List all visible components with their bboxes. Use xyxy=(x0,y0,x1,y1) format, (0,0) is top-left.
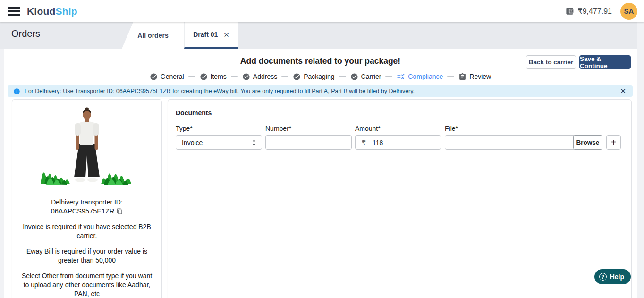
check-circle-icon xyxy=(242,73,250,81)
info-icon xyxy=(13,88,20,95)
app-logo[interactable]: KloudShip xyxy=(27,6,77,17)
amount-input[interactable] xyxy=(366,136,441,149)
banner-text: For Delhivery: Use Transporter ID: 06AAP… xyxy=(25,88,620,94)
check-circle-icon xyxy=(200,73,208,81)
step-review[interactable]: Review xyxy=(458,73,491,81)
step-carrier-label: Carrier xyxy=(361,73,381,80)
transporter-id-label: Delhivery transporter ID: xyxy=(12,198,161,207)
check-circle-icon xyxy=(350,73,358,81)
rupee-prefix: ₹ xyxy=(356,139,366,146)
step-address[interactable]: Address xyxy=(242,73,277,81)
step-compliance[interactable]: Compliance xyxy=(397,72,443,81)
logo-part-2: Ship xyxy=(55,6,77,17)
page-title: Orders xyxy=(11,28,40,39)
help-button-label: Help xyxy=(610,273,624,281)
copy-icon[interactable] xyxy=(117,208,123,214)
check-circle-icon xyxy=(293,73,301,81)
tab-all-orders[interactable]: All orders xyxy=(122,22,184,49)
step-separator xyxy=(231,76,238,77)
save-continue-button[interactable]: Save & Continue xyxy=(579,55,631,69)
unfold-more-icon xyxy=(250,139,258,146)
step-general-label: General xyxy=(161,73,184,80)
step-compliance-label: Compliance xyxy=(408,73,443,80)
logo-part-1: Kloud xyxy=(27,6,55,17)
type-select[interactable]: Invoice xyxy=(176,135,262,150)
tab-all-orders-label: All orders xyxy=(137,32,168,39)
top-header: KloudShip ₹9,477.91 SA xyxy=(0,0,644,22)
note-other-docs: Select Other from document type if you w… xyxy=(21,272,153,298)
banner-close-icon[interactable]: ✕ xyxy=(620,87,626,95)
type-label: Type* xyxy=(176,125,262,132)
step-items[interactable]: Items xyxy=(200,73,227,81)
step-packaging-label: Packaging xyxy=(304,73,334,80)
compliance-help-card: Delhivery transporter ID: 06AAPCS9575E1Z… xyxy=(12,99,162,298)
orders-subheader: Orders All orders Draft 01 ✕ xyxy=(0,22,644,49)
type-select-value: Invoice xyxy=(182,139,250,146)
step-address-label: Address xyxy=(253,73,277,80)
scrollbar-track[interactable] xyxy=(637,22,644,298)
add-document-row-button[interactable]: + xyxy=(606,135,621,150)
tab-draft-01-label: Draft 01 xyxy=(193,31,218,38)
delhivery-info-banner: For Delhivery: Use Transporter ID: 06AAP… xyxy=(8,85,633,97)
hamburger-menu-icon[interactable] xyxy=(8,7,20,16)
step-separator xyxy=(447,76,454,77)
number-input[interactable] xyxy=(266,136,351,149)
app-root: KloudShip ₹9,477.91 SA Orders All orders… xyxy=(0,0,644,298)
step-separator xyxy=(281,76,288,77)
wallet-amount: ₹9,477.91 xyxy=(578,7,612,16)
tab-draft-01[interactable]: Draft 01 ✕ xyxy=(184,22,238,49)
step-separator xyxy=(385,76,392,77)
browse-button[interactable]: Browse xyxy=(573,135,602,150)
close-tab-icon[interactable]: ✕ xyxy=(223,31,229,38)
amount-label: Amount* xyxy=(355,125,441,132)
note-eway-bill: Eway Bill is required if your order valu… xyxy=(21,247,153,265)
step-separator xyxy=(188,76,195,77)
wizard-stepper: General Items Address Packaging Carrier xyxy=(4,72,637,81)
step-packaging[interactable]: Packaging xyxy=(293,73,334,81)
file-label: File* xyxy=(445,125,602,132)
check-circle-icon xyxy=(150,73,158,81)
wallet-balance[interactable]: ₹9,477.91 xyxy=(565,7,612,16)
person-illustration xyxy=(30,106,144,190)
step-general[interactable]: General xyxy=(150,73,184,81)
help-button[interactable]: ? Help xyxy=(594,269,631,284)
wallet-icon xyxy=(565,7,574,16)
main-content: Add documents related to your package! B… xyxy=(4,49,637,298)
step-separator xyxy=(339,76,346,77)
avatar[interactable]: SA xyxy=(620,3,637,20)
transporter-id-value: 06AAPCS9575E1ZR xyxy=(51,207,115,216)
help-icon: ? xyxy=(599,273,607,281)
step-items-label: Items xyxy=(211,73,227,80)
step-review-label: Review xyxy=(469,73,491,80)
back-to-carrier-button[interactable]: Back to carrier xyxy=(526,55,576,69)
step-carrier[interactable]: Carrier xyxy=(350,73,381,81)
number-label: Number* xyxy=(265,125,352,132)
note-invoice: Invoice is required if you have selected… xyxy=(21,222,153,240)
documents-heading: Documents xyxy=(176,109,212,117)
clipboard-icon xyxy=(458,73,466,81)
rule-icon xyxy=(397,72,405,81)
documents-card: Documents Type* Invoice Number* Amount* … xyxy=(168,99,632,298)
